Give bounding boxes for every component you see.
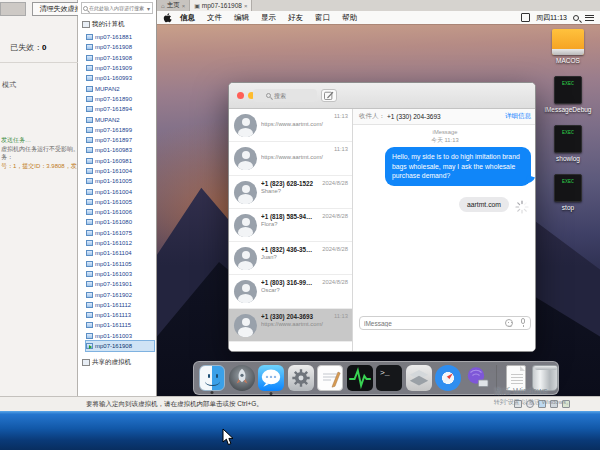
host-taskbar[interactable]	[0, 411, 600, 450]
vm-list: mp07-161881mp07-161908mp07-161908mp07-16…	[86, 32, 154, 351]
vm-list-item[interactable]: mp01-161075	[86, 228, 154, 238]
vm-list-item[interactable]: mp07-161881	[86, 32, 154, 42]
input-source-icon[interactable]	[521, 13, 530, 22]
avatar	[234, 280, 257, 303]
tab-close-icon[interactable]: ×	[244, 3, 248, 9]
vm-list-item[interactable]: mp07-161902	[86, 289, 154, 299]
vm-icon	[86, 137, 93, 143]
dictation-mic-icon[interactable]	[521, 318, 525, 324]
vm-list-item[interactable]: MUPAN2	[86, 83, 154, 93]
system-preferences-dock-icon[interactable]	[288, 365, 314, 391]
conversation-row[interactable]: +1 (330) 204-3693https://www.aartmt.com/…	[229, 309, 352, 342]
tab-mp07-161908[interactable]: ▣mp07-161908×	[190, 0, 252, 11]
link-preview-bubble[interactable]: aartmt.com	[459, 197, 509, 212]
vm-list-item[interactable]: mp07-161897	[86, 135, 154, 145]
conversation-search-input[interactable]	[274, 93, 304, 99]
vm-list-item[interactable]: mp07-161890	[86, 94, 154, 104]
vm-list-item[interactable]: mp07-161908	[86, 42, 154, 52]
menu-item-5[interactable]: 好友	[282, 13, 309, 23]
vm-list-item[interactable]: mp01-161004	[86, 186, 154, 196]
tab-close-icon[interactable]: ×	[182, 3, 186, 9]
menu-item-2[interactable]: 文件	[201, 13, 228, 23]
vm-list-item[interactable]: mp01-161115	[86, 320, 154, 330]
compose-button[interactable]	[321, 89, 337, 102]
library-search-box[interactable]: ▾	[81, 2, 153, 14]
vm-list-item[interactable]: mp07-161908	[86, 341, 154, 351]
installer-dock-icon[interactable]	[406, 365, 432, 391]
menu-item-3[interactable]: 编辑	[228, 13, 255, 23]
notification-center-icon[interactable]	[585, 13, 594, 22]
vm-list-item[interactable]: mp01-161005	[86, 197, 154, 207]
vm-list-item[interactable]: mp07-161901	[86, 279, 154, 289]
activity-monitor-dock-icon[interactable]	[347, 365, 373, 391]
vm-list-item[interactable]: mp01-160993	[86, 73, 154, 83]
emoji-picker-icon[interactable]	[505, 319, 513, 327]
vm-label: mp01-161075	[95, 230, 132, 236]
vm-list-item[interactable]: mp01-161004	[86, 166, 154, 176]
close-window-button[interactable]	[237, 92, 244, 99]
conversation-row[interactable]: +1 (803) 316-99…Oscar?2024/8/28	[229, 275, 352, 308]
library-search-input[interactable]	[89, 5, 147, 11]
avatar	[234, 214, 257, 237]
desktop-icon-MACOS[interactable]: MACOS	[542, 29, 594, 64]
network-dock-icon[interactable]	[465, 365, 491, 391]
vm-icon	[86, 65, 93, 71]
messages-titlebar[interactable]	[229, 83, 535, 109]
desktop-icon-stop[interactable]: EXECstop	[542, 174, 594, 211]
details-link[interactable]: 详细信息	[505, 112, 531, 121]
recipient-value[interactable]: +1 (330) 204-3693	[387, 113, 441, 120]
conversation-row[interactable]: +1 (818) 585-94…Flora?2024/8/28	[229, 209, 352, 242]
tree-shared-vms[interactable]: 共享的虚拟机	[82, 358, 131, 367]
tree-root-my-computer[interactable]: 我的计算机	[82, 20, 125, 29]
vm-list-item[interactable]: mp01-161105	[86, 259, 154, 269]
conversation-row[interactable]: +1 (823) 628-1522Shane?2024/8/28	[229, 176, 352, 209]
vm-list-item[interactable]: mp01-161003	[86, 269, 154, 279]
task-log-lines: 发送任务…虚拟机内任务运行不受影响。务：号：1，提交ID：3.9808，发送任	[1, 136, 77, 170]
desktop-icon-iMessageDebug[interactable]: EXECiMessageDebug	[542, 76, 594, 113]
vm-icon	[86, 292, 93, 298]
vm-list-item[interactable]: mp01-161012	[86, 238, 154, 248]
messages-window: https://www.aartmt.com/11:13https://www.…	[228, 82, 536, 352]
textedit-dock-icon[interactable]	[317, 365, 343, 391]
tab-label: 主页	[167, 1, 180, 10]
tab-label: mp07-161908	[202, 2, 242, 9]
menu-item-6[interactable]: 窗口	[309, 13, 336, 23]
vm-icon	[86, 178, 93, 184]
vm-display[interactable]: 信息文件编辑显示好友窗口帮助 周四11:13 MACOSEXECiMessage…	[157, 11, 600, 396]
spotlight-search-icon[interactable]	[573, 15, 579, 21]
vm-list-item[interactable]: mp07-161908	[86, 53, 154, 63]
launchpad-dock-icon[interactable]	[229, 365, 255, 391]
vm-list-item[interactable]: mp01-161113	[86, 310, 154, 320]
vm-list-item[interactable]: mp01-161080	[86, 217, 154, 227]
desktop-icon-showlog[interactable]: EXECshowlog	[542, 125, 594, 162]
vm-list-item[interactable]: mp07-161899	[86, 125, 154, 135]
terminal-dock-icon[interactable]	[376, 365, 402, 391]
conversation-row[interactable]: https://www.aartmt.com/11:13	[229, 142, 352, 175]
safari-dock-icon[interactable]	[435, 365, 461, 391]
desktop-icon-label: MACOS	[556, 57, 580, 64]
menu-item-7[interactable]: 帮助	[336, 13, 363, 23]
conversation-search-box[interactable]	[253, 89, 317, 102]
panel-tab-stub[interactable]	[0, 2, 26, 16]
vm-list-item[interactable]: mp01-161003	[86, 331, 154, 341]
conversation-row[interactable]: +1 (832) 436-35…Juan?2024/8/28	[229, 242, 352, 275]
vm-list-item[interactable]: mp01-161104	[86, 248, 154, 258]
finder-dock-icon[interactable]	[199, 365, 225, 391]
vm-list-item[interactable]: mp01-161112	[86, 300, 154, 310]
vm-list-item[interactable]: mp01-160983	[86, 145, 154, 155]
vm-list-item[interactable]: mp07-161909	[86, 63, 154, 73]
vm-list-item[interactable]: mp07-161894	[86, 104, 154, 114]
menu-bar-clock[interactable]: 周四11:13	[536, 13, 567, 23]
vm-list-item[interactable]: MUPAN2	[86, 114, 154, 124]
chevron-down-icon[interactable]: ▾	[147, 5, 150, 12]
vm-list-item[interactable]: mp01-161006	[86, 207, 154, 217]
tab-主页[interactable]: ⌂主页×	[157, 0, 190, 11]
messages-dock-icon[interactable]	[258, 365, 284, 391]
menu-item-1[interactable]: 信息	[174, 13, 201, 23]
vm-list-item[interactable]: mp01-161005	[86, 176, 154, 186]
conversation-row[interactable]: https://www.aartmt.com/11:13	[229, 109, 352, 142]
vm-list-item[interactable]: mp01-160981	[86, 156, 154, 166]
menu-item-4[interactable]: 显示	[255, 13, 282, 23]
vm-icon	[86, 55, 93, 61]
apple-menu-icon[interactable]	[163, 13, 172, 23]
